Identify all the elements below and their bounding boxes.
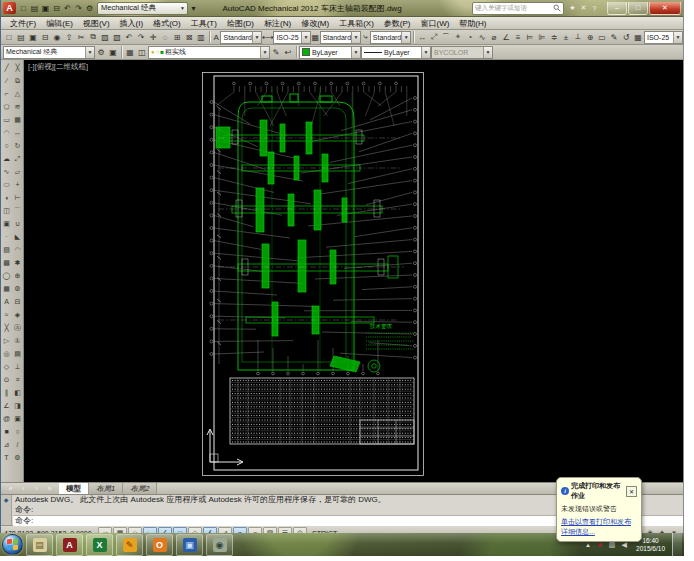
array-icon[interactable]: ▦	[13, 113, 23, 126]
boundary-icon[interactable]: ⊙	[2, 373, 12, 386]
am-hatch-icon[interactable]: ◧	[13, 386, 23, 399]
am-centerline-icon[interactable]: ≡	[13, 373, 23, 386]
tab-next-icon[interactable]: ›	[31, 483, 42, 495]
gradient-icon[interactable]: ▩	[2, 256, 12, 269]
dim-jogline-icon[interactable]: ✎	[608, 31, 620, 43]
item-文件(F)[interactable]: 文件(F)	[5, 18, 41, 29]
taskbar-round-app[interactable]: ◉	[206, 534, 233, 556]
item-帮助(H)[interactable]: 帮助(H)	[454, 18, 491, 29]
plot-icon[interactable]: ⊟	[39, 31, 51, 43]
start-button[interactable]	[2, 534, 23, 555]
table-style-combo[interactable]: Standard▼	[320, 31, 361, 44]
taskbar-outlook[interactable]: O	[146, 534, 173, 556]
workspace-combo[interactable]: Mechanical 经典▼	[3, 46, 95, 59]
dim-linear-icon[interactable]: ↔	[416, 31, 428, 43]
mtext-icon[interactable]: A	[2, 295, 12, 308]
tab-model[interactable]: 模型	[59, 483, 89, 494]
dim-diameter-icon[interactable]: ⌀	[488, 31, 500, 43]
open-icon[interactable]: ▤	[29, 2, 40, 14]
text-icon[interactable]: T	[2, 451, 12, 464]
fillet-icon[interactable]: ◠	[13, 243, 23, 256]
point-icon[interactable]: ·	[2, 230, 12, 243]
redo-icon[interactable]: ↷	[135, 31, 147, 43]
3dpoly-icon[interactable]: ⊿	[2, 438, 12, 451]
dim-edit-icon[interactable]: ↺	[620, 31, 632, 43]
helix-icon[interactable]: @	[2, 412, 12, 425]
table-icon[interactable]: ▦	[2, 282, 12, 295]
construction-icon[interactable]: ≈	[2, 308, 12, 321]
item-编辑(E)[interactable]: 编辑(E)	[41, 18, 78, 29]
chamfer-icon[interactable]: ◣	[13, 230, 23, 243]
am-balloon-icon[interactable]: ①	[13, 334, 23, 347]
notification-link[interactable]: 单击以查看打印和发布详细信息...	[561, 517, 637, 537]
line-icon[interactable]: ╱	[2, 61, 12, 74]
item-格式(O)[interactable]: 格式(O)	[148, 18, 186, 29]
search-icon[interactable]	[553, 4, 561, 12]
erase-icon[interactable]: ╳	[13, 61, 23, 74]
mleader-style-combo[interactable]: Standard▼	[370, 31, 411, 44]
workspace-switch-icon[interactable]: ⚙	[84, 2, 95, 14]
dim-space-icon[interactable]: ≑	[548, 31, 560, 43]
copy-icon[interactable]: ⧉	[87, 31, 99, 43]
tab-prev-icon[interactable]: ‹	[18, 483, 29, 495]
linetype-combo[interactable]: ByLayer▼	[361, 46, 431, 59]
dim-continue-icon[interactable]: ⊫	[536, 31, 548, 43]
layer-on-icon[interactable]: ●	[151, 49, 155, 55]
dim-style-combo[interactable]: ISO-25▼	[273, 31, 311, 44]
power-snap-icon[interactable]: ⊕	[13, 269, 23, 282]
match-properties-icon[interactable]: ▧	[111, 31, 123, 43]
region-icon[interactable]: ◯	[2, 269, 12, 282]
text-style-combo[interactable]: Standard▼	[220, 31, 261, 44]
tab-layout2[interactable]: 布局2	[123, 483, 157, 494]
cut-icon[interactable]: ✂	[75, 31, 87, 43]
move-icon[interactable]: ↔	[13, 126, 23, 139]
sketch-icon[interactable]: ∠	[2, 399, 12, 412]
ray-icon[interactable]: ▷	[2, 334, 12, 347]
am-bom-icon[interactable]: ▤	[13, 347, 23, 360]
layer-combo[interactable]: ●○■ 粗实线 ▼	[148, 46, 270, 59]
help-icon[interactable]: ?	[589, 2, 600, 14]
tolerance-icon[interactable]: ⟂	[572, 31, 584, 43]
item-参数(P)[interactable]: 参数(P)	[379, 18, 416, 29]
redo-icon[interactable]: ↷	[73, 2, 84, 14]
solid-icon[interactable]: ■	[2, 425, 12, 438]
am-hide-icon[interactable]: ◨	[13, 399, 23, 412]
revcloud-icon[interactable]: ☁	[2, 152, 12, 165]
tab-last-icon[interactable]: »	[44, 483, 55, 495]
plot-icon[interactable]: ⊟	[51, 2, 62, 14]
taskbar-media-folder[interactable]: ▤	[26, 534, 53, 556]
exchange-icon[interactable]: ✕	[578, 2, 589, 14]
mirror-icon[interactable]: △	[13, 87, 23, 100]
save-icon[interactable]: ▣	[40, 2, 51, 14]
scale-icon[interactable]: ⤢	[13, 152, 23, 165]
am-options-icon[interactable]: ⚙	[13, 451, 23, 464]
polygon-icon[interactable]: ⬠	[2, 100, 12, 113]
am-layer-icon[interactable]: /	[13, 438, 23, 451]
dim-inspect-icon[interactable]: ▭	[596, 31, 608, 43]
mline-icon[interactable]: ∥	[2, 386, 12, 399]
tab-layout1[interactable]: 布局1	[89, 483, 123, 494]
taskbar-excel[interactable]: X	[86, 534, 113, 556]
workspace-save-icon[interactable]: ▣	[107, 46, 119, 58]
publish-icon[interactable]: ⇪	[63, 31, 75, 43]
hatch-icon[interactable]: ▨	[2, 243, 12, 256]
taskbar-autocad[interactable]: A	[56, 534, 83, 556]
rectangle-icon[interactable]: ▭	[2, 113, 12, 126]
am-screw-icon[interactable]: ⚙	[13, 282, 23, 295]
save-icon[interactable]: ▣	[27, 31, 39, 43]
stretch-icon[interactable]: ▱	[13, 165, 23, 178]
rotate-icon[interactable]: ↻	[13, 139, 23, 152]
close-button[interactable]: ✕	[649, 2, 681, 15]
item-工具(T)[interactable]: 工具(T)	[186, 18, 222, 29]
taskbar-blue-app[interactable]: ▣	[176, 534, 203, 556]
layer-properties-icon[interactable]: ▦	[124, 46, 136, 58]
dim-break-icon[interactable]: ±	[560, 31, 572, 43]
zoom-previous-icon[interactable]: ⊠	[183, 31, 195, 43]
arc-icon[interactable]: ◠	[2, 126, 12, 139]
item-绘图(D)[interactable]: 绘图(D)	[222, 18, 259, 29]
undo-icon[interactable]: ↶	[62, 2, 73, 14]
zoom-realtime-icon[interactable]: ◌	[159, 31, 171, 43]
offset-icon[interactable]: ≋	[13, 100, 23, 113]
am-shaft-icon[interactable]: ⊟	[13, 295, 23, 308]
break-icon[interactable]: ⌒	[13, 204, 23, 217]
